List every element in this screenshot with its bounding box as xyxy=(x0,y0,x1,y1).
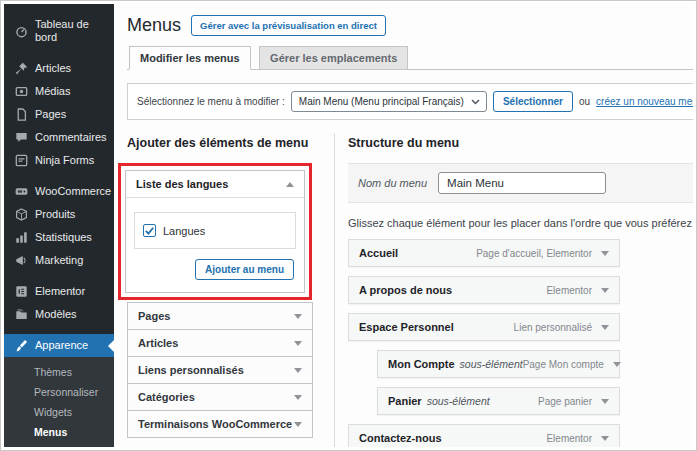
menu-item-type: Page panier xyxy=(538,396,592,407)
sidebar-item-statistiques[interactable]: Statistiques xyxy=(4,226,114,249)
menu-item-title: Mon Compte xyxy=(388,358,455,370)
chevron-down-icon xyxy=(294,314,302,319)
form-icon xyxy=(15,154,28,167)
menu-name-bar: Nom du menu xyxy=(348,163,693,203)
live-preview-button[interactable]: Gérer avec la prévisualisation en direct xyxy=(191,15,386,36)
menu-item-accueil[interactable]: Accueil Page d'accueil, Elementor xyxy=(348,239,620,267)
create-new-menu-link[interactable]: créez un nouveau menu xyxy=(596,96,693,107)
menu-items-list: Accueil Page d'accueil, Elementor A prop… xyxy=(348,239,620,447)
sidebar-item-produits[interactable]: Produits xyxy=(4,203,114,226)
megaphone-icon xyxy=(15,254,28,267)
drag-instruction-text: Glissez chaque élément pour les placer d… xyxy=(348,217,693,229)
page-icon xyxy=(15,108,28,121)
menu-item-type: Elementor xyxy=(546,285,592,296)
screenshot-frame: Tableau de bord Articles Médias Pages xyxy=(0,0,697,451)
accordion-terminaisons-woocommerce[interactable]: Terminaisons WooCommerce xyxy=(127,411,313,438)
menu-item-sub-label: sous-élément xyxy=(427,395,490,407)
title-row: Menus Gérer avec la prévisualisation en … xyxy=(127,15,693,36)
sidebar-subitem-menus[interactable]: Menus xyxy=(4,422,114,442)
langues-checkbox-label: Langues xyxy=(163,225,205,237)
accordion-title: Pages xyxy=(138,310,170,322)
admin-sidebar: Tableau de bord Articles Médias Pages xyxy=(4,4,114,447)
menu-item-espace-personnel[interactable]: Espace Personnel Lien personnalisé xyxy=(348,313,620,341)
active-item-arrow xyxy=(102,340,114,352)
menu-item-title: Espace Personnel xyxy=(359,321,454,333)
structure-heading: Structure du menu xyxy=(348,136,693,150)
menu-name-input[interactable] xyxy=(438,172,606,194)
sidebar-item-medias[interactable]: Médias xyxy=(4,80,114,103)
tab-gerer-les-emplacements[interactable]: Gérer les emplacements xyxy=(259,46,408,70)
checked-checkbox-icon[interactable] xyxy=(143,224,156,237)
main-content: Menus Gérer avec la prévisualisation en … xyxy=(114,4,693,447)
sidebar-subitem-starter-templates[interactable]: Starter Templates xyxy=(4,442,114,447)
select-menu-button[interactable]: Sélectionner xyxy=(493,91,573,112)
sidebar-item-articles[interactable]: Articles xyxy=(4,57,114,80)
add-items-heading: Ajouter des éléments de menu xyxy=(127,136,324,150)
sidebar-subitem-widgets[interactable]: Widgets xyxy=(4,402,114,422)
sidebar-item-label: Modèles xyxy=(35,308,77,321)
page-title: Menus xyxy=(127,15,181,36)
add-to-menu-row: Ajouter au menu xyxy=(134,259,296,282)
languages-panel-header[interactable]: Liste des langues xyxy=(126,171,304,198)
tab-modifier-les-menus[interactable]: Modifier les menus xyxy=(129,46,251,70)
chevron-down-icon[interactable] xyxy=(601,436,609,441)
menu-structure-column: Structure du menu Nom du menu Glissez ch… xyxy=(334,133,693,447)
brush-icon xyxy=(15,339,28,352)
sidebar-item-label: Articles xyxy=(35,62,71,75)
comment-icon xyxy=(15,131,28,144)
menu-name-label: Nom du menu xyxy=(358,177,427,189)
menu-item-mon-compte[interactable]: Mon Compte sous-élément Page Mon compte xyxy=(377,350,620,378)
menu-item-title: A propos de nous xyxy=(359,284,452,296)
menu-select-dropdown[interactable]: Main Menu (Menu principal Français) xyxy=(291,91,487,112)
menu-item-title: Contactez-nous xyxy=(359,432,442,444)
sidebar-item-elementor[interactable]: Elementor xyxy=(4,280,114,303)
sidebar-item-label: Commentaires xyxy=(35,131,107,144)
menu-select-value: Main Menu (Menu principal Français) xyxy=(299,96,464,107)
menu-item-title: Accueil xyxy=(359,247,398,259)
sidebar-item-modeles[interactable]: Modèles xyxy=(4,303,114,326)
menu-item-title: Panier xyxy=(388,395,422,407)
chevron-up-icon xyxy=(286,182,294,187)
product-box-icon xyxy=(15,208,28,221)
chevron-down-icon xyxy=(294,395,302,400)
chevron-down-icon xyxy=(294,368,302,373)
accordion-title: Liens personnalisés xyxy=(138,364,244,376)
sidebar-item-woocommerce[interactable]: WooCommerce xyxy=(4,180,114,203)
sidebar-item-commentaires[interactable]: Commentaires xyxy=(4,126,114,149)
sidebar-item-pages[interactable]: Pages xyxy=(4,103,114,126)
accordion-categories[interactable]: Catégories xyxy=(127,384,313,411)
chevron-down-icon[interactable] xyxy=(601,251,609,256)
menu-item-contactez-nous[interactable]: Contactez-nous Elementor xyxy=(348,424,620,447)
sidebar-item-label: WooCommerce xyxy=(35,185,111,198)
red-annotation-box: Liste des langues Langues xyxy=(118,163,312,300)
sidebar-item-ninja-forms[interactable]: Ninja Forms xyxy=(4,149,114,172)
sidebar-subitem-personnaliser[interactable]: Personnaliser xyxy=(4,382,114,402)
chevron-down-icon[interactable] xyxy=(613,362,621,367)
sidebar-subitem-themes[interactable]: Thèmes xyxy=(4,362,114,382)
chevron-down-icon[interactable] xyxy=(601,288,609,293)
menu-item-type: Elementor xyxy=(546,433,592,444)
sidebar-item-apparence[interactable]: Apparence xyxy=(4,334,114,357)
add-to-menu-button[interactable]: Ajouter au menu xyxy=(195,259,294,280)
sidebar-separator xyxy=(4,172,114,180)
sidebar-item-label: Apparence xyxy=(35,339,88,352)
accordion-list: Pages Articles Liens personnalisés Catég… xyxy=(127,302,313,438)
pin-icon xyxy=(15,62,28,75)
media-icon xyxy=(15,85,28,98)
accordion-title: Catégories xyxy=(138,391,195,403)
menu-item-panier[interactable]: Panier sous-élément Page panier xyxy=(377,387,620,415)
sidebar-item-label: Médias xyxy=(35,85,70,98)
sidebar-separator xyxy=(4,326,114,334)
accordion-liens-personnalises[interactable]: Liens personnalisés xyxy=(127,357,313,384)
bar-chart-icon xyxy=(15,231,28,244)
langues-checkbox-row[interactable]: Langues xyxy=(143,224,287,237)
accordion-title: Articles xyxy=(138,337,178,349)
chevron-down-icon[interactable] xyxy=(601,399,609,404)
accordion-articles[interactable]: Articles xyxy=(127,330,313,357)
sidebar-item-marketing[interactable]: Marketing xyxy=(4,249,114,272)
accordion-pages[interactable]: Pages xyxy=(127,302,313,330)
chevron-down-icon[interactable] xyxy=(601,325,609,330)
menu-item-a-propos-de-nous[interactable]: A propos de nous Elementor xyxy=(348,276,620,304)
sidebar-item-label: Statistiques xyxy=(35,231,92,244)
sidebar-item-tableau-de-bord[interactable]: Tableau de bord xyxy=(4,13,114,49)
